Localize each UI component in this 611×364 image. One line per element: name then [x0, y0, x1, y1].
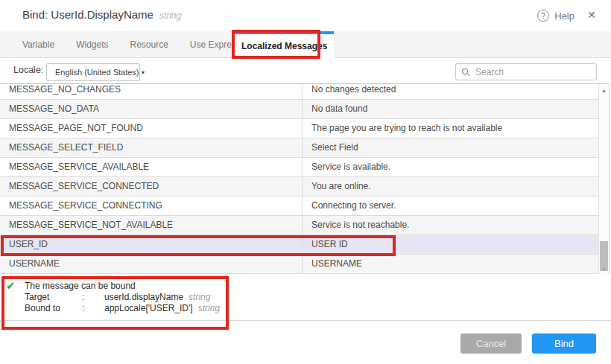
message-value-cell: No data found: [302, 100, 598, 118]
binding-status: The message can be bound Target : userId…: [25, 281, 220, 314]
table-row[interactable]: MESSAGE_SERVICE_CONNECTING Connecting to…: [0, 197, 598, 216]
tab-bar: Variable Widgets Resource Use Expression…: [0, 31, 611, 58]
search-input[interactable]: [474, 66, 591, 78]
tab-widgets[interactable]: Widgets: [69, 31, 115, 57]
bound-to-type: string: [198, 303, 220, 314]
target-label: Target: [25, 292, 82, 303]
bind-button[interactable]: Bind: [532, 333, 596, 354]
title-text: Bind: UserId.DisplayName: [22, 8, 153, 21]
messages-table: MESSAGE_NO_CHANGES No changes detected M…: [0, 83, 610, 275]
page-title: Bind: UserId.DisplayNamestring: [22, 8, 181, 21]
tab-localized-messages-label: Localized Messages: [241, 41, 327, 51]
message-value-cell: The page you are trying to reach is not …: [302, 119, 598, 138]
success-check-icon: ✔: [6, 279, 16, 293]
message-key-cell: MESSAGE_SERVICE_CONNECTING: [0, 197, 302, 215]
footer-divider: [0, 320, 611, 321]
table-row[interactable]: MESSAGE_PAGE_NOT_FOUND The page you are …: [0, 119, 598, 138]
message-key-cell: MESSAGE_SERVICE_NOT_AVAILABLE: [0, 216, 302, 234]
tab-variable-label: Variable: [22, 39, 54, 50]
message-key-cell: MESSAGE_SERVICE_CONNECTED: [0, 177, 302, 196]
bound-to-label: Bound to: [25, 303, 82, 314]
messages-rows: MESSAGE_NO_CHANGES No changes detected M…: [0, 84, 598, 274]
locale-dropdown[interactable]: English (United States) ▼: [46, 63, 140, 81]
message-key-cell: USER_ID: [0, 235, 302, 254]
help-icon: ?: [537, 10, 549, 22]
target-type: string: [189, 292, 210, 303]
message-value-cell: Select Field: [302, 138, 598, 157]
tab-resource[interactable]: Resource: [123, 31, 176, 57]
title-type-hint: string: [159, 10, 181, 21]
message-value-cell: USERNAME: [302, 255, 598, 273]
bind-dialog: Bind: UserId.DisplayNamestring ? Help ✕ …: [0, 0, 611, 364]
message-value-cell: Service is not reachable.: [302, 216, 598, 234]
message-value-cell: USER ID: [302, 235, 598, 254]
message-value-cell: No changes detected: [302, 84, 598, 99]
message-key-cell: MESSAGE_NO_DATA: [0, 100, 302, 118]
search-icon: [461, 68, 470, 77]
cancel-button[interactable]: Cancel: [460, 333, 522, 354]
message-value-cell: You are online.: [302, 177, 598, 196]
locale-selected-value: English (United States): [47, 68, 139, 77]
search-box[interactable]: [455, 63, 597, 80]
status-message: The message can be bound: [25, 281, 220, 292]
bound-to-value: appLocale['USER_ID']: [104, 303, 193, 314]
status-bound-row: Bound to : appLocale['USER_ID'] string: [25, 303, 220, 314]
dialog-header: Bind: UserId.DisplayNamestring ? Help ✕: [0, 0, 611, 31]
scroll-up-icon[interactable]: ▲: [599, 86, 609, 95]
tab-widgets-label: Widgets: [76, 39, 108, 50]
message-key-cell: MESSAGE_NO_CHANGES: [0, 84, 302, 99]
chevron-down-icon: ▼: [139, 70, 152, 75]
bound-to-separator: :: [82, 303, 104, 314]
table-row-selected[interactable]: USER_ID USER ID: [0, 235, 598, 255]
locale-label: Locale:: [13, 65, 43, 75]
message-key-cell: MESSAGE_SELECT_FIELD: [0, 138, 302, 157]
table-row[interactable]: MESSAGE_SERVICE_AVAILABLE Service is ava…: [0, 158, 598, 177]
table-row[interactable]: USERNAME USERNAME: [0, 255, 598, 274]
close-icon[interactable]: ✕: [587, 9, 596, 21]
message-key-cell: MESSAGE_PAGE_NOT_FOUND: [0, 119, 302, 138]
status-target-row: Target : userId.displayName string: [25, 292, 220, 303]
tab-resource-label: Resource: [130, 39, 168, 50]
target-value: userId.displayName: [104, 292, 183, 303]
message-key-cell: USERNAME: [0, 255, 302, 273]
tab-variable[interactable]: Variable: [15, 31, 62, 57]
table-row[interactable]: MESSAGE_NO_CHANGES No changes detected: [0, 84, 598, 100]
message-value-cell: Connecting to server.: [302, 197, 598, 215]
vertical-scrollbar[interactable]: ▲ ▼: [598, 84, 609, 275]
locale-toolbar: Locale: English (United States) ▼: [0, 58, 611, 83]
table-row[interactable]: MESSAGE_SERVICE_NOT_AVAILABLE Service is…: [0, 216, 598, 235]
table-row[interactable]: MESSAGE_SERVICE_CONNECTED You are online…: [0, 177, 598, 197]
table-row[interactable]: MESSAGE_SELECT_FIELD Select Field: [0, 138, 598, 158]
scroll-down-icon[interactable]: ▼: [599, 264, 609, 273]
message-key-cell: MESSAGE_SERVICE_AVAILABLE: [0, 158, 302, 176]
help-label: Help: [554, 10, 574, 22]
target-separator: :: [82, 292, 104, 303]
message-value-cell: Service is available.: [302, 158, 598, 176]
tab-localized-messages[interactable]: Localized Messages: [235, 31, 334, 58]
table-row[interactable]: MESSAGE_NO_DATA No data found: [0, 100, 598, 119]
help-button[interactable]: ? Help: [537, 10, 574, 22]
